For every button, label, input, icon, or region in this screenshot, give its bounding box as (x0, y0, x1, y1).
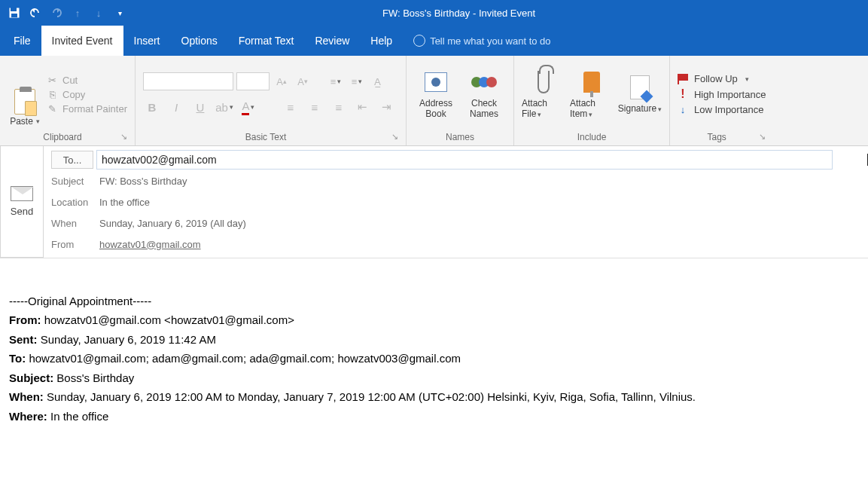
chevron-down-icon: ▾ (36, 118, 40, 125)
body-where-label: Where: (9, 410, 47, 423)
send-label: Send (11, 206, 33, 217)
align-right-button[interactable]: ≡ (330, 98, 348, 116)
send-button[interactable]: Send (0, 146, 44, 258)
basic-text-dialog-launcher[interactable]: ↘ (391, 132, 398, 142)
tags-group-label: Tags (708, 132, 726, 142)
follow-up-button[interactable]: Follow Up▾ (678, 73, 766, 84)
align-center-button[interactable]: ≡ (306, 98, 324, 116)
body-when-label: When: (9, 390, 44, 403)
tell-me-placeholder: Tell me what you want to do (430, 35, 550, 47)
tab-options[interactable]: Options (171, 26, 228, 56)
copy-button[interactable]: ⎘Copy (47, 89, 127, 100)
numbering-button[interactable]: ≡▾ (348, 72, 366, 90)
underline-button[interactable]: U (191, 98, 209, 116)
body-sent-label: Sent: (9, 333, 38, 346)
ribbon: Paste▾ ✂Cut ⎘Copy ✎Format Painter Clipbo… (0, 56, 868, 146)
attach-file-button[interactable]: Attach File▾ (522, 61, 565, 127)
down-arrow-button[interactable]: ↓ (89, 3, 108, 23)
format-painter-button[interactable]: ✎Format Painter (47, 103, 127, 115)
font-color-button[interactable]: A▾ (239, 98, 257, 116)
tab-file[interactable]: File (3, 26, 41, 56)
group-tags: Follow Up▾ !High Importance ↓Low Importa… (670, 56, 773, 145)
title-bar: ↑ ↓ ▾ FW: Boss's Birthday - Invited Even… (0, 0, 868, 26)
italic-button[interactable]: I (167, 98, 185, 116)
flag-icon (678, 74, 688, 84)
body-from-value: howzatv01@gmail.com <howzatv01@gmail.com… (41, 313, 294, 326)
body-from-label: From: (9, 313, 41, 326)
when-value: Sunday, January 6, 2019 (All day) (96, 218, 246, 229)
scissors-icon: ✂ (47, 75, 58, 86)
location-label: Location (44, 197, 96, 208)
bullets-button[interactable]: ≡▾ (327, 72, 345, 90)
bold-button[interactable]: B (143, 98, 161, 116)
tab-help[interactable]: Help (360, 26, 403, 56)
up-arrow-button[interactable]: ↑ (68, 3, 87, 23)
original-appointment-divider: -----Original Appointment----- (9, 292, 859, 311)
address-book-icon (425, 72, 447, 92)
attach-item-button[interactable]: Attach Item▾ (570, 61, 614, 127)
tell-me-search[interactable]: Tell me what you want to do (403, 35, 550, 47)
body-to-label: To: (9, 352, 26, 365)
to-button[interactable]: To... (51, 151, 93, 169)
body-to-value: howzatv01@gmail.com; adam@gmail.com; ada… (26, 352, 461, 365)
from-label: From (44, 239, 96, 250)
tab-insert[interactable]: Insert (123, 26, 171, 56)
clipboard-group-label: Clipboard (43, 132, 81, 142)
clipboard-icon (14, 89, 35, 115)
highlight-button[interactable]: ab▾ (215, 98, 233, 116)
group-clipboard: Paste▾ ✂Cut ⎘Copy ✎Format Painter Clipbo… (0, 56, 136, 145)
increase-font-button[interactable]: A▴ (273, 72, 291, 90)
cut-button[interactable]: ✂Cut (47, 75, 127, 86)
names-group-label: Names (414, 132, 506, 144)
low-importance-button[interactable]: ↓Low Importance (678, 104, 766, 115)
chevron-down-icon: ▾ (745, 75, 749, 83)
body-sent-value: Sunday, January 6, 2019 11:42 AM (38, 333, 216, 346)
to-field[interactable] (96, 150, 833, 170)
check-names-button[interactable]: Check Names (462, 61, 506, 127)
tags-dialog-launcher[interactable]: ↘ (759, 132, 766, 142)
decrease-indent-button[interactable]: ⇤ (354, 98, 372, 116)
undo-button[interactable] (26, 3, 45, 23)
tab-format-text[interactable]: Format Text (228, 26, 305, 56)
font-family-selector[interactable] (143, 72, 233, 90)
tab-review[interactable]: Review (304, 26, 360, 56)
mail-body[interactable]: -----Original Appointment----- From: how… (0, 258, 868, 439)
body-subject-label: Subject: (9, 371, 53, 384)
copy-icon: ⎘ (47, 89, 58, 100)
window-title: FW: Boss's Birthday - Invited Event (54, 8, 863, 19)
include-group-label: Include (522, 132, 662, 144)
subject-value: FW: Boss's Birthday (96, 176, 187, 187)
address-book-button[interactable]: Address Book (414, 61, 458, 127)
subject-label: Subject (44, 176, 96, 187)
envelope-icon (11, 186, 33, 201)
decrease-font-button[interactable]: A▾ (294, 72, 312, 90)
lightbulb-icon (413, 35, 425, 47)
font-size-selector[interactable] (236, 72, 270, 90)
down-arrow-icon: ↓ (678, 104, 688, 115)
styles-button[interactable]: A̲ (369, 72, 387, 90)
ribbon-tabs: File Invited Event Insert Options Format… (0, 26, 868, 56)
signature-button[interactable]: Signature▾ (618, 61, 662, 127)
redo-button[interactable] (47, 3, 66, 23)
clipboard-dialog-launcher[interactable]: ↘ (120, 132, 127, 142)
pin-icon (583, 72, 600, 93)
location-value: In the office (96, 197, 150, 208)
align-left-button[interactable]: ≡ (282, 98, 300, 116)
body-where-value: In the office (47, 410, 108, 423)
svg-rect-1 (11, 8, 17, 11)
group-names: Address Book Check Names Names (407, 56, 514, 145)
group-basic-text: A▴ A▾ ≡▾ ≡▾ A̲ B I U ab▾ A▾ ≡ ≡ ≡ ⇤ ⇥ Ba (136, 56, 407, 145)
tab-invited-event[interactable]: Invited Event (41, 26, 123, 56)
svg-rect-2 (11, 14, 17, 17)
save-button[interactable] (5, 3, 24, 23)
paste-button[interactable]: Paste▾ (8, 62, 42, 127)
increase-indent-button[interactable]: ⇥ (378, 98, 396, 116)
group-include: Attach File▾ Attach Item▾ Signature▾ Inc… (514, 56, 670, 145)
high-importance-button[interactable]: !High Importance (678, 87, 766, 101)
signature-icon (630, 75, 650, 99)
paste-label: Paste (10, 116, 33, 127)
paperclip-icon (538, 71, 550, 93)
compose-header: Send To... Subject FW: Boss's Birthday L… (0, 146, 868, 258)
exclamation-icon: ! (678, 87, 688, 101)
from-value[interactable]: howzatv01@gmail.com (96, 239, 201, 250)
